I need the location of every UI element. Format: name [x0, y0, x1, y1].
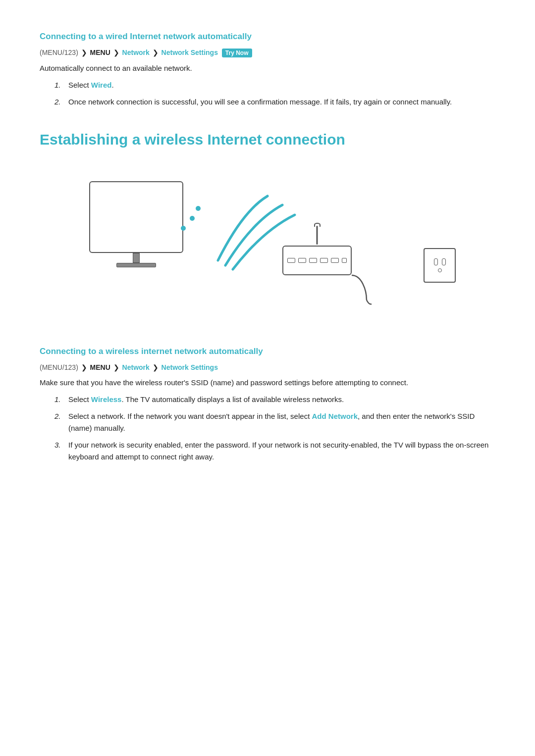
step-text-1: Select Wired. [68, 79, 495, 91]
router-led [342, 258, 347, 263]
wired-step-1: 1. Select Wired. [54, 79, 495, 91]
w-step-text-1: Select Wireless. The TV automatically di… [68, 394, 495, 405]
bc2-chevron3: ❯ [153, 363, 160, 371]
wired-body-text: Automatically connect to an available ne… [40, 62, 495, 74]
router-antenna [317, 226, 318, 245]
router-port-2 [298, 258, 306, 263]
network-diagram [40, 166, 495, 325]
w-step-text-2: Select a network. If the network you wan… [68, 410, 495, 434]
bc-chevron1: ❯ [81, 49, 89, 56]
wireless-heading: Establishing a wireless Internet connect… [40, 128, 495, 151]
outlet-hole-left [434, 258, 438, 265]
bc2-chevron2: ❯ [113, 363, 121, 371]
router-icon [282, 246, 352, 275]
outlet-holes [434, 258, 446, 265]
tv-icon [89, 181, 183, 267]
wireless-step-2: 2. Select a network. If the network you … [54, 410, 495, 434]
router-port-5 [331, 258, 339, 263]
w-step-text-3: If your network is security enabled, ent… [68, 439, 495, 463]
bc-chevron2: ❯ [113, 49, 121, 56]
wireless-step-3: 3. If your network is security enabled, … [54, 439, 495, 463]
bc-network: Network [122, 49, 150, 56]
w-step-num-3: 3. [54, 439, 68, 451]
wired-step-2: 2. Once network connection is successful… [54, 96, 495, 108]
outlet-hole-right [442, 258, 446, 265]
router-body [282, 246, 352, 275]
outlet-body [424, 248, 456, 283]
svg-point-2 [196, 206, 201, 211]
step-num-2: 2. [54, 96, 68, 108]
bc2-network: Network [122, 363, 150, 371]
tv-body [89, 181, 183, 253]
try-now-badge[interactable]: Try Now [222, 49, 252, 57]
bc2-menu123: (MENU/123) [40, 363, 78, 371]
router-port-3 [309, 258, 317, 263]
wall-outlet-icon [424, 248, 456, 283]
router-port-1 [287, 258, 295, 263]
bc2-chevron1: ❯ [81, 363, 89, 371]
step-num-1: 1. [54, 79, 68, 91]
wireless-auto-heading: Connecting to a wireless internet networ… [40, 345, 495, 358]
wireless-breadcrumb: (MENU/123) ❯ MENU ❯ Network ❯ Network Se… [40, 362, 495, 373]
add-network-link: Add Network [312, 412, 358, 420]
bc-menu: MENU [90, 49, 110, 56]
wired-heading: Connecting to a wired Internet network a… [40, 30, 495, 43]
w-step-num-2: 2. [54, 410, 68, 422]
wireless-auto-body: Make sure that you have the wireless rou… [40, 377, 495, 389]
bc-menu123: (MENU/123) [40, 49, 78, 56]
outlet-ground [438, 268, 442, 272]
bc-chevron3: ❯ [153, 49, 160, 56]
bc2-network-settings: Network Settings [161, 363, 218, 371]
router-ports [287, 258, 339, 263]
tv-base [116, 263, 156, 267]
wireless-step-1: 1. Select Wireless. The TV automatically… [54, 394, 495, 405]
wired-breadcrumb: (MENU/123) ❯ MENU ❯ Network ❯ Network Se… [40, 47, 495, 58]
wireless-auto-section: Connecting to a wireless internet networ… [40, 345, 495, 463]
router-port-4 [320, 258, 328, 263]
tv-neck [133, 253, 140, 263]
wired-section: Connecting to a wired Internet network a… [40, 30, 495, 108]
w-step-num-1: 1. [54, 394, 68, 405]
wireless-steps: 1. Select Wireless. The TV automatically… [54, 394, 495, 463]
bc2-menu: MENU [90, 363, 110, 371]
wired-steps: 1. Select Wired. 2. Once network connect… [54, 79, 495, 108]
wireless-link: Wireless [91, 395, 122, 403]
wireless-section: Establishing a wireless Internet connect… [40, 128, 495, 325]
svg-point-1 [190, 216, 195, 221]
bc-network-settings: Network Settings [161, 49, 218, 56]
wired-link: Wired [91, 81, 112, 89]
step-text-2: Once network connection is successful, y… [68, 96, 495, 108]
